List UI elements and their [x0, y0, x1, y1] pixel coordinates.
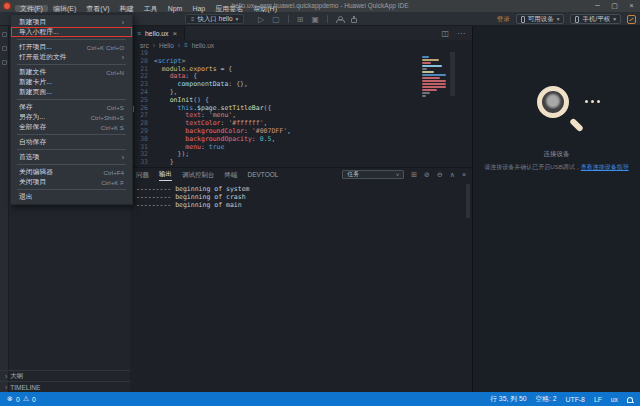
close-panel-icon[interactable]: × [462, 170, 466, 180]
lock-scroll-icon[interactable]: ⊘ [424, 170, 430, 180]
breadcrumb-item[interactable]: hello.ux [192, 42, 214, 49]
menubar-item[interactable]: Hap [187, 5, 210, 12]
maximize-icon[interactable]: ▢ [606, 0, 623, 12]
split-editor-icon[interactable]: ◫ [441, 29, 449, 38]
menu-item-新建项目[interactable]: 新建项目› [11, 17, 132, 27]
minimize-icon[interactable]: ─ [589, 0, 606, 12]
panel-tab-DEVTOOL[interactable]: DEVTOOL [248, 169, 279, 181]
menu-separator [17, 99, 126, 100]
more-actions-icon[interactable]: ⋯ [457, 29, 465, 38]
status-bar: ⊗ 0 ⚠ 0 行 35, 列 50 空格: 2 UTF-8 LF ux [0, 392, 640, 406]
breadcrumb-item[interactable]: src [140, 42, 149, 49]
device-icon[interactable]: ▣ [311, 15, 319, 24]
file-icon: ≡ [191, 16, 195, 22]
encoding[interactable]: UTF-8 [566, 396, 585, 403]
eol[interactable]: LF [594, 396, 602, 403]
menu-item-label: 导入小程序... [19, 27, 59, 37]
menu-item-打开最近的文件[interactable]: 打开最近的文件› [11, 52, 132, 62]
tab-hello-ux[interactable]: ≡ hello.ux × [130, 26, 185, 40]
sidebar-section-label: TIMELINE [10, 384, 40, 391]
code-line: 32 }); [130, 151, 472, 159]
warning-icon: ⚠ [23, 395, 29, 403]
run-icon[interactable]: ▷ [258, 15, 264, 24]
menubar-item[interactable]: 文件(F) [15, 5, 48, 12]
ide-window: 文件(F)编辑(E)查看(V)构建工具NpmHap应用签名帮助(H) hello… [0, 0, 640, 406]
close-tab-icon[interactable]: × [173, 29, 178, 38]
sidebar-section-label: 大纲 [10, 372, 23, 381]
build-icon[interactable]: ⊞ [297, 15, 304, 24]
device-help-link[interactable]: 查看连接设备指导 [581, 164, 629, 170]
breadcrumb-separator: › [153, 42, 155, 49]
menu-separator [17, 134, 126, 135]
explorer-icon[interactable] [2, 32, 7, 37]
stop-icon[interactable]: ▢ [272, 15, 280, 24]
clear-output-icon[interactable]: ⊖ [437, 170, 443, 180]
panel-tab-终端[interactable]: 终端 [225, 169, 238, 181]
chevron-down-icon: ▾ [236, 16, 239, 22]
menu-item-导入小程序...[interactable]: 导入小程序... [11, 27, 132, 37]
menu-item-label: 新建项目 [19, 17, 46, 27]
breadcrumb-separator: › [178, 42, 180, 49]
menu-item-保存[interactable]: 保存Ctrl+S [11, 102, 132, 112]
minimap[interactable] [422, 53, 448, 98]
menu-item-退出[interactable]: 退出 [11, 192, 132, 202]
menu-item-新建页面...[interactable]: 新建页面... [11, 87, 132, 97]
run-config-dropdown[interactable]: ≡ 快入口 hello ▾ [185, 14, 244, 24]
menubar-item[interactable]: 构建 [115, 5, 139, 12]
menu-item-新建卡片...[interactable]: 新建卡片... [11, 77, 132, 87]
close-icon[interactable]: × [623, 0, 640, 12]
menu-item-全部保存[interactable]: 全部保存Ctrl+K S [11, 122, 132, 132]
menu-shortcut: Ctrl+N [106, 69, 124, 76]
chevron-down-icon: ▾ [613, 16, 616, 22]
menu-item-关闭项目[interactable]: 关闭项目Ctrl+K F [11, 177, 132, 187]
open-as-editor-icon[interactable]: ⊞ [411, 170, 417, 180]
menubar-item[interactable]: Npm [163, 5, 188, 12]
breadcrumb-item[interactable]: Hello [159, 42, 174, 49]
device-type-dropdown[interactable]: 手机/平板 ▾ [570, 14, 621, 24]
login-button[interactable]: 登录 [497, 15, 510, 24]
device-preview-panel: 连接设备 请连接设备并确认已开启USB调试，查看连接设备指导 [472, 26, 640, 392]
problems-status[interactable]: ⊗ 0 ⚠ 0 [7, 395, 36, 403]
notifications-icon[interactable] [627, 397, 633, 402]
code-editor[interactable]: 1920<script>21 module.exports = {22 data… [130, 50, 472, 167]
chevron-right-icon: › [5, 373, 7, 380]
panel-scrollbar[interactable] [466, 184, 470, 218]
certificate-icon[interactable] [627, 15, 636, 24]
menu-item-关闭编辑器[interactable]: 关闭编辑器Ctrl+F4 [11, 167, 132, 177]
panel-tab-问题[interactable]: 问题 [136, 169, 149, 181]
app-logo-icon [3, 2, 11, 10]
user-icon[interactable] [336, 16, 343, 23]
editor-scrollbar[interactable] [450, 52, 455, 96]
menu-item-label: 保存 [19, 102, 33, 112]
menubar-item[interactable]: 查看(V) [81, 5, 114, 12]
menu-item-打开项目...[interactable]: 打开项目...Ctrl+K Ctrl+O [11, 42, 132, 52]
indent-setting[interactable]: 空格: 2 [535, 394, 556, 404]
plug-icon[interactable] [351, 18, 357, 23]
device-type-label: 手机/平板 [582, 15, 610, 24]
cursor-position[interactable]: 行 35, 列 50 [490, 394, 526, 404]
sidebar-section-大纲[interactable]: ›大纲 [0, 370, 130, 381]
language-mode[interactable]: ux [611, 396, 618, 403]
panel-header: 问题输出调试控制台终端DEVTOOL 任务 ˅ ⊞ ⊘ ⊖ ∧ × [130, 168, 472, 181]
panel-tab-调试控制台[interactable]: 调试控制台 [182, 169, 215, 181]
sidebar-section-TIMELINE[interactable]: ›TIMELINE [0, 381, 130, 392]
maximize-panel-icon[interactable]: ∧ [450, 170, 455, 180]
menu-item-自动保存[interactable]: 自动保存 [11, 137, 132, 147]
chevron-right-icon: › [5, 384, 7, 391]
output-channel-dropdown[interactable]: 任务 ˅ [342, 170, 404, 179]
menu-item-首选项[interactable]: 首选项› [11, 152, 132, 162]
menubar-item[interactable]: 应用签名 [210, 5, 248, 12]
menu-item-新建文件[interactable]: 新建文件Ctrl+N [11, 67, 132, 77]
menubar-item[interactable]: 帮助(H) [248, 5, 282, 12]
available-devices-dropdown[interactable]: 可用设备 ▾ [516, 14, 565, 24]
menubar-item[interactable]: 工具 [139, 5, 163, 12]
search-icon[interactable] [2, 46, 7, 51]
output-log[interactable]: --------- beginning of system--------- b… [130, 181, 472, 209]
menu-item-另存为...[interactable]: 另存为...Ctrl+Shift+S [11, 112, 132, 122]
menubar-item[interactable]: 编辑(E) [48, 5, 81, 12]
chevron-down-icon: ˅ [396, 172, 399, 178]
menu-shortcut: Ctrl+K Ctrl+O [87, 44, 124, 51]
debug-icon[interactable] [2, 60, 7, 65]
menu-item-label: 另存为... [19, 112, 45, 122]
panel-tab-输出[interactable]: 输出 [159, 168, 172, 181]
